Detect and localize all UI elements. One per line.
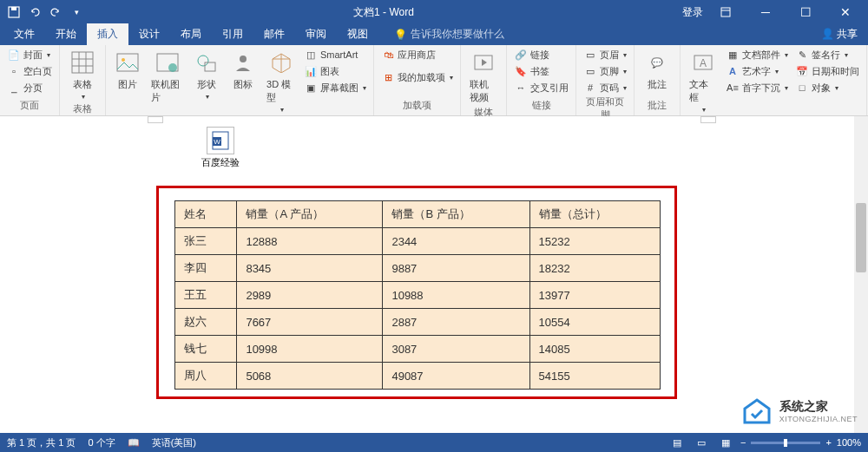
page-indicator[interactable]: 第 1 页，共 1 页 [7, 436, 76, 449]
icons-icon [229, 49, 257, 76]
table-row: 周八50684908754155 [175, 363, 661, 390]
data-table[interactable]: 姓名 销量（A 产品） 销量（B 产品） 销量（总计） 张三1288823441… [174, 200, 661, 390]
table-cell[interactable]: 10998 [237, 336, 383, 363]
table-cell[interactable]: 钱七 [175, 336, 237, 363]
table-cell[interactable]: 9887 [383, 255, 529, 282]
page-number-button[interactable]: #页码▾ [582, 80, 628, 95]
comment-button[interactable]: 💬批注 [640, 47, 674, 93]
smartart-button[interactable]: ◫SmartArt [302, 47, 368, 62]
table-cell[interactable]: 2344 [383, 228, 529, 255]
table-cell[interactable]: 15232 [529, 228, 660, 255]
table-cell[interactable]: 10988 [383, 282, 529, 309]
object-icon: □ [795, 81, 809, 95]
redo-icon[interactable] [47, 3, 64, 21]
table-cell[interactable]: 李四 [175, 255, 237, 282]
embedded-object[interactable]: W 百度经验 [201, 127, 240, 169]
store-button[interactable]: 🛍应用商店 [379, 47, 455, 62]
login-link[interactable]: 登录 [682, 5, 703, 20]
tab-mailings[interactable]: 邮件 [253, 23, 295, 45]
table-cell[interactable]: 王五 [175, 282, 237, 309]
web-layout-icon[interactable]: ▦ [716, 435, 735, 450]
table-cell[interactable]: 18232 [529, 255, 660, 282]
tab-file[interactable]: 文件 [3, 23, 45, 45]
table-header-cell[interactable]: 销量（总计） [529, 201, 660, 228]
link-button[interactable]: 🔗链接 [512, 47, 570, 62]
vertical-scrollbar[interactable] [854, 116, 868, 433]
spellcheck-icon[interactable]: 📖 [128, 437, 140, 449]
chart-button[interactable]: 📊图表 [302, 63, 368, 79]
table-cell[interactable]: 2989 [237, 282, 383, 309]
tab-home[interactable]: 开始 [45, 23, 87, 45]
minimize-button[interactable]: ─ [748, 0, 783, 24]
table-cell[interactable]: 12888 [237, 228, 383, 255]
tab-references[interactable]: 引用 [212, 23, 253, 45]
table-cell[interactable]: 7667 [237, 309, 383, 336]
3d-models-button[interactable]: 3D 模型▾ [263, 47, 299, 115]
table-cell[interactable]: 8345 [237, 255, 383, 282]
table-cell[interactable]: 赵六 [175, 309, 237, 336]
online-pictures-button[interactable]: 联机图片 [148, 47, 187, 106]
qat-customize-icon[interactable]: ▾ [68, 3, 85, 21]
close-button[interactable]: ✕ [828, 0, 863, 24]
icons-button[interactable]: 图标 [227, 47, 260, 93]
word-count[interactable]: 0 个字 [88, 436, 115, 449]
quick-parts-button[interactable]: ▦文档部件▾ [724, 47, 790, 62]
table-header-cell[interactable]: 销量（B 产品） [383, 201, 529, 228]
table-header-cell[interactable]: 姓名 [175, 201, 237, 228]
footer-button[interactable]: ▭页脚▾ [582, 63, 628, 79]
datetime-button[interactable]: 📅日期和时间 [793, 63, 861, 79]
table-cell[interactable]: 49087 [383, 363, 529, 390]
maximize-button[interactable]: ☐ [788, 0, 823, 24]
dropcap-button[interactable]: A≡首字下沉▾ [724, 80, 790, 95]
tell-me-search[interactable]: 💡 告诉我你想要做什么 [387, 23, 511, 45]
pictures-button[interactable]: 图片 [111, 47, 144, 93]
share-button[interactable]: 👤 共享 [811, 23, 868, 45]
table-cell[interactable]: 54155 [529, 363, 660, 390]
bookmark-button[interactable]: 🔖书签 [512, 63, 570, 79]
wordart-button[interactable]: A艺术字▾ [724, 63, 790, 79]
table-cell[interactable]: 5068 [237, 363, 383, 390]
scrollbar-thumb[interactable] [856, 203, 866, 272]
svg-rect-1 [11, 7, 16, 10]
screenshot-icon: ▣ [304, 81, 318, 95]
my-addins-button[interactable]: ⊞我的加载项▾ [379, 69, 455, 85]
language-indicator[interactable]: 英语(美国) [152, 436, 196, 449]
tab-design[interactable]: 设计 [128, 23, 170, 45]
tab-review[interactable]: 审阅 [295, 23, 337, 45]
table-cell[interactable]: 10554 [529, 309, 660, 336]
zoom-out-button[interactable]: − [740, 437, 746, 448]
textbox-button[interactable]: A文本框▾ [686, 47, 720, 115]
print-layout-icon[interactable]: ▭ [692, 435, 711, 450]
table-cell[interactable]: 2887 [383, 309, 529, 336]
zoom-in-button[interactable]: + [825, 437, 831, 448]
online-video-button[interactable]: 联机视频 [466, 47, 501, 106]
table-row: 李四8345988718232 [175, 255, 661, 282]
zoom-level[interactable]: 100% [837, 437, 861, 448]
table-cell[interactable]: 张三 [175, 228, 237, 255]
table-button[interactable]: 表格▾ [65, 47, 100, 102]
table-cell[interactable]: 3087 [383, 336, 529, 363]
tab-view[interactable]: 视图 [337, 23, 378, 45]
cross-reference-button[interactable]: ↔交叉引用 [512, 80, 570, 95]
table-header-cell[interactable]: 销量（A 产品） [237, 201, 383, 228]
undo-icon[interactable] [26, 3, 43, 21]
object-button[interactable]: □对象▾ [793, 80, 861, 95]
tab-insert[interactable]: 插入 [87, 23, 128, 45]
share-icon: 👤 [821, 28, 834, 40]
zoom-slider-thumb[interactable] [784, 439, 787, 447]
blank-page-button[interactable]: ▫空白页 [5, 63, 54, 79]
save-icon[interactable] [5, 3, 23, 21]
page-break-button[interactable]: ⎯分页 [5, 80, 54, 95]
header-button[interactable]: ▭页眉▾ [582, 47, 628, 62]
tab-layout[interactable]: 布局 [170, 23, 212, 45]
screenshot-button[interactable]: ▣屏幕截图▾ [302, 80, 368, 95]
read-mode-icon[interactable]: ▤ [667, 435, 687, 450]
zoom-slider[interactable] [751, 442, 820, 444]
table-cell[interactable]: 13977 [529, 282, 660, 309]
shapes-button[interactable]: 形状▾ [190, 47, 223, 102]
cover-page-button[interactable]: 📄封面▾ [5, 47, 54, 62]
signature-line-button[interactable]: ✎签名行▾ [793, 47, 861, 62]
table-cell[interactable]: 14085 [529, 336, 660, 363]
table-cell[interactable]: 周八 [175, 363, 237, 390]
ribbon-options-icon[interactable] [708, 0, 743, 24]
